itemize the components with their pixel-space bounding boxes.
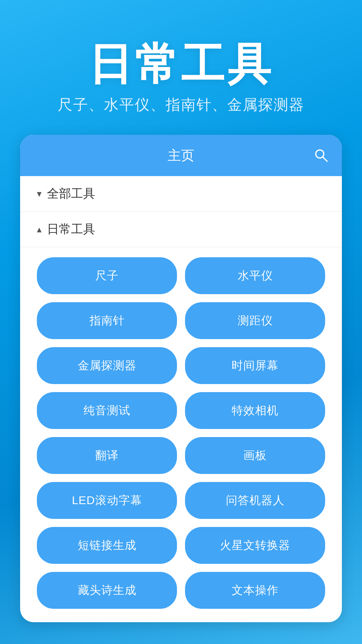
tool-button-特效相机[interactable]: 特效相机 — [185, 392, 325, 429]
tool-button-金属探测器[interactable]: 金属探测器 — [37, 347, 177, 384]
tool-button-文本操作[interactable]: 文本操作 — [185, 572, 325, 609]
chevron-down-icon: ▾ — [37, 188, 42, 199]
tool-button-问答机器人[interactable]: 问答机器人 — [185, 482, 325, 519]
tool-button-藏头诗生成[interactable]: 藏头诗生成 — [37, 572, 177, 609]
hero-title: 日常工具 — [0, 40, 362, 88]
tool-button-水平仪[interactable]: 水平仪 — [185, 257, 325, 294]
tool-button-指南针[interactable]: 指南针 — [37, 302, 177, 339]
tool-button-测距仪[interactable]: 测距仪 — [185, 302, 325, 339]
hero-subtitle: 尺子、水平仪、指南针、金属探测器 — [0, 95, 362, 115]
tools-grid: 尺子水平仪指南针测距仪金属探测器时间屏幕纯音测试特效相机翻译画板LED滚动字幕问… — [20, 247, 342, 622]
category-daily-tools-label: 日常工具 — [47, 221, 95, 237]
tool-button-纯音测试[interactable]: 纯音测试 — [37, 392, 177, 429]
tool-button-火星文转换器[interactable]: 火星文转换器 — [185, 527, 325, 564]
tool-button-画板[interactable]: 画板 — [185, 437, 325, 474]
card-header: 主页 — [20, 135, 342, 176]
category-all-tools-label: 全部工具 — [47, 185, 95, 202]
chevron-up-icon: ▴ — [37, 224, 42, 235]
tool-button-时间屏幕[interactable]: 时间屏幕 — [185, 347, 325, 384]
card-header-title: 主页 — [168, 146, 194, 165]
search-icon — [313, 147, 328, 163]
hero-section: 日常工具 尺子、水平仪、指南针、金属探测器 — [0, 0, 362, 135]
search-button[interactable] — [313, 147, 328, 164]
tool-button-尺子[interactable]: 尺子 — [37, 257, 177, 294]
tool-button-翻译[interactable]: 翻译 — [37, 437, 177, 474]
tool-button-LED滚动字幕[interactable]: LED滚动字幕 — [37, 482, 177, 519]
category-all-tools[interactable]: ▾ 全部工具 — [20, 176, 342, 212]
svg-line-1 — [323, 157, 327, 161]
main-card: 主页 ▾ 全部工具 ▴ 日常工具 尺子水平仪指南针测距仪金属探测器时间屏幕纯音测… — [20, 135, 342, 622]
tool-button-短链接生成[interactable]: 短链接生成 — [37, 527, 177, 564]
category-daily-tools[interactable]: ▴ 日常工具 — [20, 212, 342, 247]
